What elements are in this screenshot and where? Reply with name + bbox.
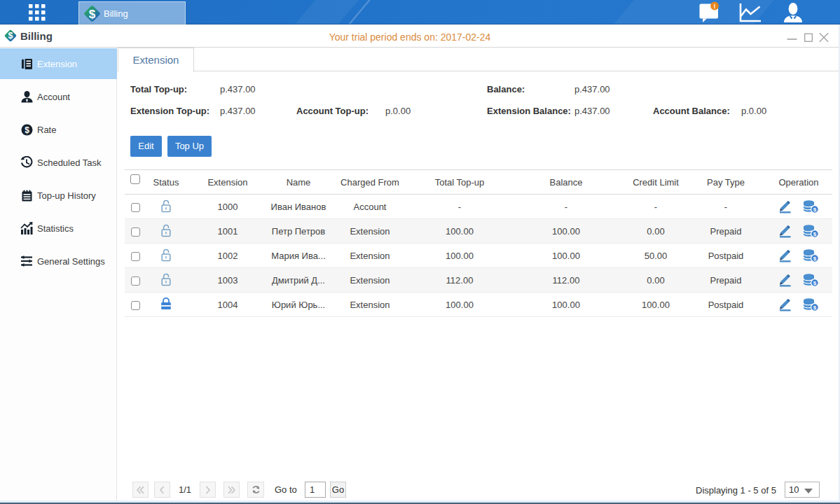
svg-text:$: $ [25, 125, 29, 135]
svg-text:$: $ [813, 255, 817, 262]
svg-text:$: $ [89, 7, 96, 20]
svg-text:$: $ [813, 231, 817, 237]
svg-text:!: ! [714, 3, 716, 10]
svg-text:$: $ [813, 304, 817, 311]
svg-text:$: $ [813, 280, 817, 286]
svg-text:$: $ [813, 206, 817, 213]
